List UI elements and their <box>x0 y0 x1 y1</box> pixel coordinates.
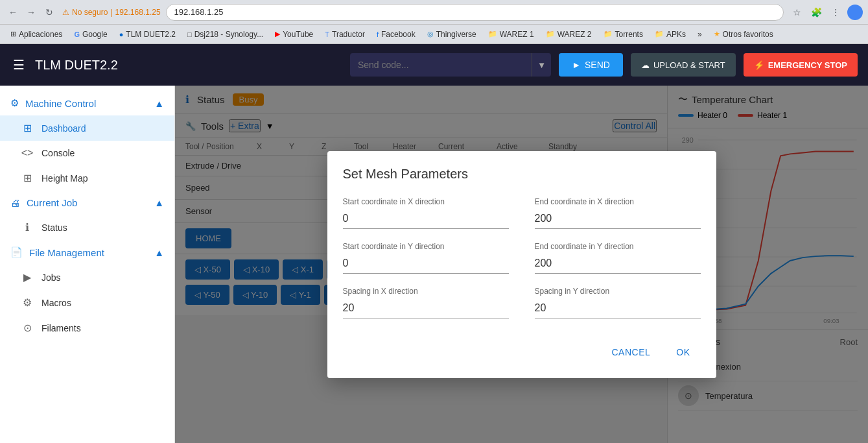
lightning-icon: ⚡ <box>754 60 764 70</box>
console-icon: <> <box>21 147 34 159</box>
bookmark-apps-label: Aplicaciones <box>19 30 62 39</box>
field-end-y: End coordinate in Y direction <box>535 242 701 274</box>
filaments-label: Filaments <box>41 323 81 333</box>
end-x-input[interactable] <box>535 209 701 229</box>
otros-icon: ★ <box>714 30 720 38</box>
google-icon: G <box>74 30 80 38</box>
sidebar-file-management-header[interactable]: 📄 File Management ▲ <box>0 240 174 265</box>
bookmark-otros[interactable]: ★ Otros favoritos <box>709 28 779 41</box>
field-end-x: End coordinate in X direction <box>535 197 701 229</box>
height-map-icon: ⊞ <box>21 172 34 184</box>
bookmark-more[interactable]: » <box>692 28 707 41</box>
thingiverse-icon: ◎ <box>427 30 434 38</box>
bookmarks-bar: ⊞ Aplicaciones G Google ● TLM DUET2.2 □ … <box>0 25 868 44</box>
address-display: 192.168.1.25 <box>174 7 224 17</box>
bookmark-google[interactable]: G Google <box>69 28 112 41</box>
browser-bar: ← → ↻ ⚠ No seguro | 192.168.1.25 192.168… <box>0 0 868 25</box>
app: ☰ TLM DUET2.2 ▼ ► SEND ☁ UPLOAD & START … <box>0 44 868 443</box>
bookmark-torrents-label: Torrents <box>615 30 643 39</box>
sidebar-machine-control-header[interactable]: ⚙ Machine Control ▲ <box>0 91 174 115</box>
bookmark-otros-label: Otros favoritos <box>723 30 773 39</box>
spacing-y-input[interactable] <box>535 298 701 318</box>
send-code-input[interactable] <box>350 53 532 77</box>
dsj-icon: □ <box>187 30 192 38</box>
bookmark-google-label: Google <box>82 30 108 39</box>
file-icon: 📄 <box>10 246 23 258</box>
bookmark-apks[interactable]: 📁 APKs <box>650 28 691 41</box>
traductor-icon: T <box>325 30 329 38</box>
forward-button[interactable]: → <box>23 5 39 20</box>
sidebar-item-filaments[interactable]: ⊙ Filaments <box>0 315 174 341</box>
bookmark-tlm[interactable]: ● TLM DUET2.2 <box>114 28 181 41</box>
warez2-icon: 📁 <box>546 30 555 38</box>
bookmark-youtube-label: YouTube <box>283 30 313 39</box>
jobs-label: Jobs <box>41 272 61 283</box>
apks-icon: 📁 <box>655 30 664 38</box>
spacing-x-label: Spacing in X direction <box>343 287 509 296</box>
start-x-input[interactable] <box>343 209 509 229</box>
more-button[interactable]: ⋮ <box>828 5 843 20</box>
end-x-label: End coordinate in X direction <box>535 197 701 206</box>
bookmark-warez2-label: WAREZ 2 <box>557 30 592 39</box>
upload-start-button[interactable]: ☁ UPLOAD & START <box>631 53 736 77</box>
bookmark-facebook[interactable]: f Facebook <box>371 28 421 41</box>
chevron-up-icon-2: ▲ <box>154 197 164 208</box>
end-y-input[interactable] <box>535 254 701 274</box>
sidebar-item-jobs[interactable]: ▶ Jobs <box>0 265 174 290</box>
bookmark-tlm-label: TLM DUET2.2 <box>126 30 176 39</box>
sidebar-current-job-header[interactable]: 🖨 Current Job ▲ <box>0 191 174 215</box>
emergency-stop-button[interactable]: ⚡ EMERGENCY STOP <box>744 53 858 77</box>
bookmark-apps[interactable]: ⊞ Aplicaciones <box>5 28 67 41</box>
macros-sidebar-label: Macros <box>41 298 71 308</box>
bookmark-warez2[interactable]: 📁 WAREZ 2 <box>541 28 597 41</box>
start-y-input[interactable] <box>343 254 509 274</box>
emergency-label: EMERGENCY STOP <box>768 60 847 70</box>
more-bookmarks-label: » <box>698 30 702 39</box>
sidebar-item-status[interactable]: ℹ Status <box>0 215 174 240</box>
profile-button[interactable] <box>847 5 863 20</box>
bookmark-torrents[interactable]: 📁 Torrents <box>598 28 648 41</box>
sidebar-item-console[interactable]: <> Console <box>0 141 174 165</box>
send-arrow-icon: ► <box>572 60 581 70</box>
bookmark-traductor-label: Traductor <box>332 30 365 39</box>
bookmark-youtube[interactable]: ▶ YouTube <box>270 28 318 41</box>
security-warning: ⚠ No seguro | 192.168.1.25 <box>62 8 161 17</box>
send-dropdown-button[interactable]: ▼ <box>532 53 551 77</box>
security-warning-text: No seguro <box>72 8 108 17</box>
chevron-up-icon: ▲ <box>154 98 164 109</box>
field-spacing-y: Spacing in Y direction <box>535 287 701 318</box>
bookmark-thingiverse-label: Thingiverse <box>436 30 476 39</box>
modal-cancel-button[interactable]: CANCEL <box>601 342 661 363</box>
modal-overlay: Set Mesh Parameters Start coordinate in … <box>175 86 868 443</box>
facebook-icon: f <box>377 30 379 38</box>
star-button[interactable]: ☆ <box>789 5 804 20</box>
bookmark-dsj-label: Dsj218 - Synology... <box>194 30 264 39</box>
address-bar[interactable]: 192.168.1.25 <box>166 4 784 21</box>
torrents-icon: 📁 <box>604 30 613 38</box>
dashboard-label: Dashboard <box>41 123 86 134</box>
sidebar-item-macros[interactable]: ⚙ Macros <box>0 290 174 315</box>
refresh-button[interactable]: ↻ <box>41 5 57 20</box>
set-mesh-parameters-modal: Set Mesh Parameters Start coordinate in … <box>327 151 716 378</box>
sidebar-item-height-map[interactable]: ⊞ Height Map <box>0 165 174 191</box>
toolbar: ☰ TLM DUET2.2 ▼ ► SEND ☁ UPLOAD & START … <box>0 44 868 86</box>
bookmark-thingiverse[interactable]: ◎ Thingiverse <box>422 28 482 41</box>
spacing-x-input[interactable] <box>343 298 509 318</box>
bookmark-apks-label: APKs <box>666 30 686 39</box>
height-map-label: Height Map <box>41 173 88 184</box>
modal-title: Set Mesh Parameters <box>343 167 701 182</box>
modal-ok-button[interactable]: OK <box>666 342 700 363</box>
start-y-label: Start coordinate in Y direction <box>343 242 509 251</box>
back-button[interactable]: ← <box>5 5 21 20</box>
menu-button[interactable]: ☰ <box>10 54 27 75</box>
bookmark-warez1[interactable]: 📁 WAREZ 1 <box>483 28 539 41</box>
bookmark-facebook-label: Facebook <box>381 30 416 39</box>
field-start-y: Start coordinate in Y direction <box>343 242 509 274</box>
bookmark-traductor[interactable]: T Traductor <box>320 28 370 41</box>
extensions-button[interactable]: 🧩 <box>808 5 824 20</box>
file-management-label: File Management <box>29 247 104 258</box>
bookmark-dsj[interactable]: □ Dsj218 - Synology... <box>182 28 268 41</box>
filaments-icon: ⊙ <box>21 322 34 334</box>
send-button[interactable]: ► SEND <box>559 53 623 77</box>
sidebar-item-dashboard[interactable]: ⊞ Dashboard <box>0 115 174 141</box>
